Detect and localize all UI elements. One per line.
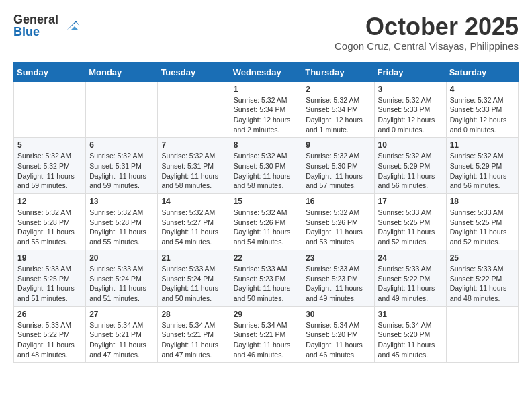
weekday-header-thursday: Thursday [302, 62, 374, 81]
day-info: Sunrise: 5:33 AM Sunset: 5:25 PM Dayligh… [450, 208, 515, 247]
day-info: Sunrise: 5:34 AM Sunset: 5:21 PM Dayligh… [161, 320, 226, 360]
calendar: SundayMondayTuesdayWednesdayThursdayFrid… [13, 62, 519, 363]
day-number: 19 [17, 253, 82, 263]
calendar-cell: 23Sunrise: 5:33 AM Sunset: 5:23 PM Dayli… [302, 250, 374, 306]
day-info: Sunrise: 5:32 AM Sunset: 5:30 PM Dayligh… [234, 151, 299, 191]
calendar-cell: 27Sunrise: 5:34 AM Sunset: 5:21 PM Dayli… [86, 306, 158, 363]
day-number: 31 [378, 310, 443, 319]
day-number: 15 [234, 197, 299, 206]
day-number: 26 [17, 310, 82, 319]
day-number: 7 [161, 140, 226, 150]
day-info: Sunrise: 5:33 AM Sunset: 5:24 PM Dayligh… [161, 264, 226, 304]
day-number: 1 [234, 85, 299, 94]
calendar-cell [86, 81, 158, 138]
weekday-header-saturday: Saturday [446, 62, 518, 81]
day-info: Sunrise: 5:32 AM Sunset: 5:26 PM Dayligh… [306, 208, 370, 247]
day-number: 29 [234, 310, 299, 319]
day-info: Sunrise: 5:32 AM Sunset: 5:33 PM Dayligh… [450, 95, 515, 135]
calendar-cell: 13Sunrise: 5:32 AM Sunset: 5:28 PM Dayli… [86, 194, 158, 250]
day-info: Sunrise: 5:33 AM Sunset: 5:22 PM Dayligh… [378, 264, 443, 304]
day-info: Sunrise: 5:33 AM Sunset: 5:23 PM Dayligh… [306, 264, 370, 304]
logo-blue-text: Blue [13, 26, 58, 38]
weekday-header-wednesday: Wednesday [230, 62, 302, 81]
day-number: 20 [89, 253, 154, 263]
day-number: 13 [89, 197, 154, 206]
day-number: 18 [450, 197, 515, 206]
title-area: October 2025 Cogon Cruz, Central Visayas… [335, 13, 519, 52]
calendar-cell: 24Sunrise: 5:33 AM Sunset: 5:22 PM Dayli… [374, 250, 446, 306]
day-info: Sunrise: 5:32 AM Sunset: 5:31 PM Dayligh… [89, 151, 154, 191]
day-info: Sunrise: 5:32 AM Sunset: 5:28 PM Dayligh… [17, 208, 82, 247]
calendar-cell [158, 81, 230, 138]
day-info: Sunrise: 5:34 AM Sunset: 5:21 PM Dayligh… [234, 320, 299, 360]
calendar-cell: 12Sunrise: 5:32 AM Sunset: 5:28 PM Dayli… [14, 194, 86, 250]
calendar-cell: 6Sunrise: 5:32 AM Sunset: 5:31 PM Daylig… [86, 138, 158, 194]
week-row-4: 19Sunrise: 5:33 AM Sunset: 5:25 PM Dayli… [14, 250, 519, 306]
day-info: Sunrise: 5:33 AM Sunset: 5:25 PM Dayligh… [378, 208, 443, 247]
logo-general-text: General [13, 13, 58, 26]
week-row-3: 12Sunrise: 5:32 AM Sunset: 5:28 PM Dayli… [14, 194, 519, 250]
day-number: 3 [378, 85, 443, 94]
day-number: 16 [306, 197, 370, 206]
calendar-cell: 19Sunrise: 5:33 AM Sunset: 5:25 PM Dayli… [14, 250, 86, 306]
day-number: 9 [306, 140, 370, 150]
day-info: Sunrise: 5:32 AM Sunset: 5:33 PM Dayligh… [378, 95, 443, 135]
month-title: October 2025 [335, 13, 519, 40]
weekday-header-tuesday: Tuesday [158, 62, 230, 81]
day-info: Sunrise: 5:32 AM Sunset: 5:30 PM Dayligh… [306, 151, 370, 191]
day-info: Sunrise: 5:32 AM Sunset: 5:28 PM Dayligh… [89, 208, 154, 247]
day-number: 8 [234, 140, 299, 150]
day-info: Sunrise: 5:33 AM Sunset: 5:22 PM Dayligh… [450, 264, 515, 304]
calendar-cell: 7Sunrise: 5:32 AM Sunset: 5:31 PM Daylig… [158, 138, 230, 194]
day-number: 21 [161, 253, 226, 263]
day-number: 4 [450, 85, 515, 94]
calendar-cell [14, 81, 86, 138]
header: General Blue October 2025 Cogon Cruz, Ce… [13, 13, 519, 52]
week-row-1: 1Sunrise: 5:32 AM Sunset: 5:34 PM Daylig… [14, 81, 519, 138]
week-row-2: 5Sunrise: 5:32 AM Sunset: 5:32 PM Daylig… [14, 138, 519, 194]
logo: General Blue [13, 13, 81, 38]
calendar-cell: 4Sunrise: 5:32 AM Sunset: 5:33 PM Daylig… [446, 81, 518, 138]
day-number: 12 [17, 197, 82, 206]
day-info: Sunrise: 5:34 AM Sunset: 5:20 PM Dayligh… [306, 320, 370, 360]
day-number: 28 [161, 310, 226, 319]
day-info: Sunrise: 5:33 AM Sunset: 5:23 PM Dayligh… [234, 264, 299, 304]
day-number: 27 [89, 310, 154, 319]
weekday-header-friday: Friday [374, 62, 446, 81]
calendar-cell: 30Sunrise: 5:34 AM Sunset: 5:20 PM Dayli… [302, 306, 374, 363]
calendar-cell: 25Sunrise: 5:33 AM Sunset: 5:22 PM Dayli… [446, 250, 518, 306]
day-info: Sunrise: 5:32 AM Sunset: 5:29 PM Dayligh… [378, 151, 443, 191]
day-number: 30 [306, 310, 370, 319]
calendar-cell: 26Sunrise: 5:33 AM Sunset: 5:22 PM Dayli… [14, 306, 86, 363]
calendar-cell: 10Sunrise: 5:32 AM Sunset: 5:29 PM Dayli… [374, 138, 446, 194]
calendar-cell: 11Sunrise: 5:32 AM Sunset: 5:29 PM Dayli… [446, 138, 518, 194]
calendar-cell: 16Sunrise: 5:32 AM Sunset: 5:26 PM Dayli… [302, 194, 374, 250]
location-title: Cogon Cruz, Central Visayas, Philippines [335, 40, 519, 52]
day-number: 22 [234, 253, 299, 263]
day-info: Sunrise: 5:32 AM Sunset: 5:29 PM Dayligh… [450, 151, 515, 191]
day-number: 25 [450, 253, 515, 263]
weekday-header-sunday: Sunday [14, 62, 86, 81]
day-number: 23 [306, 253, 370, 263]
calendar-cell: 9Sunrise: 5:32 AM Sunset: 5:30 PM Daylig… [302, 138, 374, 194]
calendar-cell: 28Sunrise: 5:34 AM Sunset: 5:21 PM Dayli… [158, 306, 230, 363]
day-info: Sunrise: 5:32 AM Sunset: 5:34 PM Dayligh… [234, 95, 299, 135]
logo-icon [61, 15, 81, 36]
calendar-cell: 18Sunrise: 5:33 AM Sunset: 5:25 PM Dayli… [446, 194, 518, 250]
weekday-header-row: SundayMondayTuesdayWednesdayThursdayFrid… [14, 62, 519, 81]
day-number: 10 [378, 140, 443, 150]
day-info: Sunrise: 5:32 AM Sunset: 5:27 PM Dayligh… [161, 208, 226, 247]
day-number: 24 [378, 253, 443, 263]
calendar-cell: 20Sunrise: 5:33 AM Sunset: 5:24 PM Dayli… [86, 250, 158, 306]
day-info: Sunrise: 5:32 AM Sunset: 5:31 PM Dayligh… [161, 151, 226, 191]
weekday-header-monday: Monday [86, 62, 158, 81]
svg-marker-1 [71, 26, 79, 30]
day-number: 2 [306, 85, 370, 94]
calendar-cell: 14Sunrise: 5:32 AM Sunset: 5:27 PM Dayli… [158, 194, 230, 250]
day-info: Sunrise: 5:33 AM Sunset: 5:25 PM Dayligh… [17, 264, 82, 304]
day-number: 5 [17, 140, 82, 150]
calendar-cell: 5Sunrise: 5:32 AM Sunset: 5:32 PM Daylig… [14, 138, 86, 194]
day-number: 6 [89, 140, 154, 150]
calendar-cell: 3Sunrise: 5:32 AM Sunset: 5:33 PM Daylig… [374, 81, 446, 138]
calendar-cell: 17Sunrise: 5:33 AM Sunset: 5:25 PM Dayli… [374, 194, 446, 250]
